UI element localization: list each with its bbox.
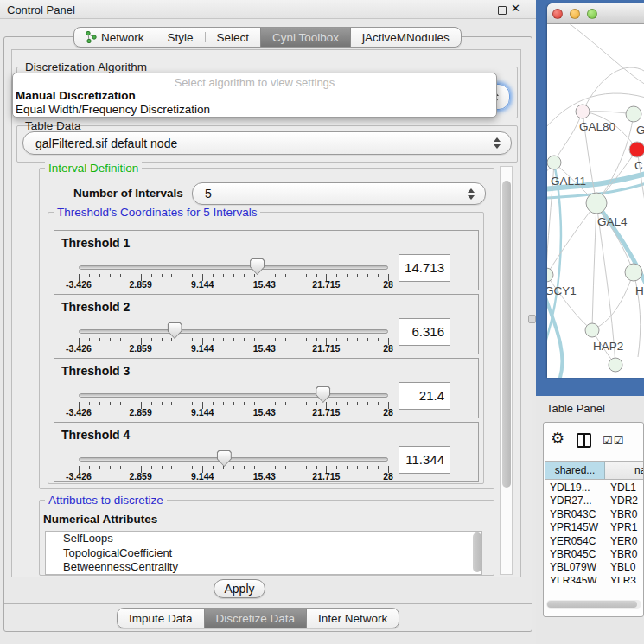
splitpane-handle[interactable] [528,315,536,323]
slider-tick [213,338,214,341]
slider-tick [296,274,296,277]
table-row[interactable]: YDR27...YDR2 [545,494,644,507]
slider-tick [171,274,172,277]
screen: Control Panel ✕ Network Style Select Cyn… [0,0,644,644]
slider-tick [254,466,255,469]
table-row[interactable]: YLR345WYLR3 [545,575,644,583]
slider-tick-label: 2.859 [129,471,151,481]
network-node[interactable] [629,142,644,157]
popup-item-equal-width-frequency[interactable]: Equal Width/Frequency Discretization [16,103,210,116]
cell-shared-name: YBL079W [550,561,596,573]
network-node[interactable] [625,264,642,281]
column-header-name[interactable]: na [634,462,644,479]
slider-tick [357,402,358,405]
slider-tick [367,338,368,341]
network-node[interactable] [609,358,622,372]
bottom-tabstrip: Impute Data Discretize Data Infer Networ… [117,608,399,628]
slider-thumb[interactable] [217,450,232,467]
network-node[interactable] [586,193,607,214]
slider-thumb[interactable] [250,258,265,275]
network-node-label: H [635,284,644,297]
table-row[interactable]: YPR145WYPR1 [545,521,644,534]
checkboxes-icon[interactable]: ☑☑ [603,434,624,447]
threshold-value-field[interactable]: 6.316 [399,318,450,346]
threshold-value-field[interactable]: 14.713 [399,254,450,282]
close-icon[interactable]: ✕ [511,2,520,15]
tab-infer-network[interactable]: Infer Network [307,609,399,628]
attributes-scrollbar-thumb[interactable] [473,532,481,572]
tab-style-label: Style [168,31,194,44]
slider-tick [213,274,214,277]
slider-tick [347,338,348,341]
main-scrollbar-thumb[interactable] [502,181,511,488]
slider-tick [336,274,337,277]
threshold-value-field[interactable]: 21.4 [399,382,450,410]
tab-discretize-data[interactable]: Discretize Data [204,609,308,628]
table-rows: YDL19...YDL1YDR27...YDR2YBR043CYBR0YPR14… [545,481,644,583]
slider-thumb[interactable] [168,322,182,339]
network-node[interactable] [547,156,561,169]
minimize-traffic-light[interactable] [570,9,580,19]
columns-icon[interactable] [577,433,591,448]
main-vertical-scrollbar[interactable] [500,166,513,575]
number-of-intervals-combobox[interactable]: 5 [192,182,486,205]
table-row[interactable]: YDL19...YDL1 [545,481,644,494]
slider-tick [192,466,193,469]
slider-tick [171,466,172,469]
slider-track[interactable] [79,329,388,334]
network-window-titlebar[interactable] [547,3,644,24]
gear-icon[interactable]: ⚙ [551,430,564,446]
slider-tick-label: 9.144 [191,471,214,481]
table-row[interactable]: YBR045CYBR0 [545,548,644,561]
table-hscrollbar-thumb[interactable] [547,601,637,608]
attribute-list-item[interactable]: TopologicalCoefficient [46,546,481,561]
cell-name: YDL1 [610,481,636,494]
slider-tick-label: 15.43 [253,471,276,481]
combo-arrows-icon [468,188,475,200]
network-node[interactable] [585,323,599,337]
network-node[interactable] [626,106,641,122]
slider-tick [162,466,163,469]
slider-tick [254,402,255,405]
cell-name: YBL0 [610,561,635,573]
table-row[interactable]: YBR043CYBR0 [545,508,644,521]
slider-tick [131,274,131,277]
thresholds-group-label: Threshold's Coordinates for 5 Intervals [54,206,260,219]
slider-track[interactable] [79,265,388,270]
network-canvas[interactable]: GAL80GACGAL11GAL4GCY1HHAP2 [547,24,644,378]
table-data-combobox[interactable]: galFiltered.sif default node [22,131,512,155]
tab-select[interactable]: Select [206,28,261,47]
close-traffic-light[interactable] [552,9,563,19]
threshold-value-field[interactable]: 11.344 [399,446,450,474]
tab-jactivemnodules[interactable]: jActiveMNodules [351,28,461,47]
slider-tick [110,274,111,277]
slider-tick [120,466,121,469]
float-window-icon[interactable] [498,6,507,15]
tab-network[interactable]: Network [74,28,156,47]
slider-tick [192,274,193,277]
numerical-attributes-list[interactable]: SelfLoopsTopologicalCoefficientBetweenne… [45,531,482,575]
attributes-list-scrollbar[interactable] [471,532,481,574]
network-node[interactable] [547,268,553,282]
table-row[interactable]: YER054CYER0 [545,535,644,548]
slider-tick [213,402,214,405]
slider-thumb[interactable] [316,386,330,403]
attribute-list-item[interactable]: BetweennessCentrality [46,560,481,575]
popup-item-manual-discretization[interactable]: Manual Discretization [16,89,136,102]
slider-tick [223,274,224,277]
table-horizontal-scrollbar[interactable] [546,600,641,609]
apply-button[interactable]: Apply [214,579,265,598]
network-node[interactable] [576,105,590,118]
attribute-list-item[interactable]: SelfLoops [46,532,481,546]
tab-impute-data[interactable]: Impute Data [118,609,204,628]
slider-tick [378,274,379,277]
table-row[interactable]: YBL079WYBL0 [545,561,644,574]
tab-cyni-toolbox[interactable]: Cyni Toolbox [260,28,351,47]
slider-tick [285,402,286,405]
slider-track[interactable] [79,457,388,462]
zoom-traffic-light[interactable] [587,9,597,19]
column-header-shared-name[interactable]: shared... [545,462,605,479]
tab-style[interactable]: Style [156,28,205,47]
slider-track[interactable] [79,393,388,398]
slider-tick [120,338,121,341]
